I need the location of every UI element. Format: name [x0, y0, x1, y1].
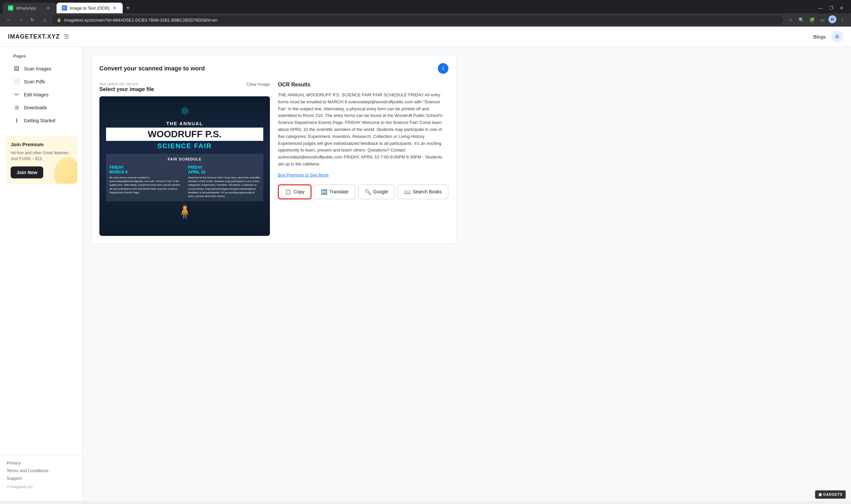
sidebar-item-edit-images-label: Edit Images	[24, 92, 49, 97]
poster-march: MARCH 8	[109, 170, 181, 175]
address-controls: ☆ 🔍 🧩 ▭ H ⋮	[786, 15, 847, 24]
whatsapp-favicon: W	[8, 5, 13, 11]
poster-friday1: FRIDAY	[109, 165, 181, 170]
profile-button[interactable]: H	[828, 15, 836, 23]
ocr-body: free online ocr service Select your imag…	[100, 82, 448, 236]
translate-icon: 🔤	[321, 189, 327, 195]
translate-label: Translate	[330, 189, 349, 194]
join-now-button[interactable]: Join Now	[11, 166, 43, 178]
card-title: Convert your scanned image to word	[100, 65, 205, 72]
translate-button[interactable]: 🔤 Translate	[314, 184, 355, 199]
sidebar-item-scan-images[interactable]: 🖼 Scan Images	[7, 62, 76, 75]
sidebar-item-scan-images-label: Scan Images	[24, 66, 51, 71]
terms-link[interactable]: Terms and Conditions	[7, 468, 76, 473]
maximize-button[interactable]: ❐	[827, 4, 835, 12]
search-books-icon: 📖	[404, 189, 411, 195]
clear-image-button[interactable]: Clear Image	[246, 82, 270, 87]
url-text: imagetext.xyz/screen?id=984AD5E1-DCB3-7B…	[64, 18, 217, 23]
image-panel: free online ocr service Select your imag…	[100, 82, 270, 236]
image-panel-labels: free online ocr service Select your imag…	[100, 82, 154, 92]
home-button[interactable]: ⌂	[40, 15, 49, 24]
menu-button[interactable]: ⋮	[838, 15, 847, 24]
image-preview: ⚛ THE ANNUAL WOODRUFF P.S. SCIENCE FAIR …	[100, 96, 270, 236]
content-area: Convert your scanned image to word i fre…	[83, 47, 851, 501]
science-fair-poster: ⚛ THE ANNUAL WOODRUFF P.S. SCIENCE FAIR …	[100, 96, 270, 236]
close-button[interactable]: ✕	[838, 4, 846, 12]
zoom-button[interactable]: 🔍	[797, 15, 806, 24]
poster-schedule-columns: FRIDAY MARCH 8 All entry forms must be e…	[109, 164, 260, 198]
poster-desc2: Welcome to the Science Fair! Come learn …	[188, 176, 260, 198]
info-icon: i	[442, 66, 444, 71]
address-bar: ← → ↻ ⌂ 🔒 imagetext.xyz/screen?id=984AD5…	[0, 13, 851, 26]
sidebar-item-scan-pdfs[interactable]: 📄 Scan Pdfs	[7, 75, 76, 88]
blogs-link[interactable]: Blogs	[813, 34, 826, 39]
settings-button[interactable]: ⚙	[831, 31, 843, 42]
search-books-label: Search Books	[413, 189, 442, 194]
getting-started-icon: ℹ	[13, 117, 20, 124]
window-controls: — ❐ ✕	[816, 4, 848, 12]
info-button[interactable]: i	[438, 63, 448, 74]
poster-science-fair-text: SCIENCE FAIR	[106, 142, 263, 150]
privacy-link[interactable]: Privacy	[7, 461, 76, 466]
copy-icon: 📋	[285, 189, 291, 195]
main-content: Pages 🖼 Scan Images 📄 Scan Pdfs ✏ Edit I…	[0, 47, 851, 501]
ocr-card: Convert your scanned image to word i fre…	[91, 55, 457, 244]
layout-button[interactable]: ▭	[818, 15, 827, 24]
forward-button[interactable]: →	[16, 15, 25, 24]
pages-section-title: Pages	[7, 53, 76, 62]
settings-icon: ⚙	[835, 34, 839, 40]
google-label: Google	[373, 189, 388, 194]
tab-whatsapp[interactable]: W WhatsApp ✕	[3, 3, 56, 13]
buy-premium-link[interactable]: Buy Premium to See More	[278, 173, 329, 177]
tab-ocr[interactable]: 🔍 Image to Text (OCR) ✕	[56, 3, 123, 13]
url-bar[interactable]: 🔒 imagetext.xyz/screen?id=984AD5E1-DCB3-…	[52, 16, 783, 24]
google-button[interactable]: 🔍 Google	[358, 184, 395, 199]
sidebar-item-downloads[interactable]: ⊞ Downloads	[7, 101, 76, 114]
extensions-button[interactable]: 🧩	[807, 15, 816, 24]
poster-annual-text: THE ANNUAL	[106, 121, 263, 126]
top-nav: IMAGETEXT.XYZ ☰ Blogs ⚙	[0, 26, 851, 47]
star-button[interactable]: ☆	[786, 15, 795, 24]
browser-chrome: W WhatsApp ✕ 🔍 Image to Text (OCR) ✕ + —…	[0, 0, 851, 26]
poster-woodruff-text: WOODRUFF P.S.	[106, 128, 263, 141]
tab-ocr-close[interactable]: ✕	[112, 5, 117, 11]
sidebar-item-getting-started-label: Getting Started	[24, 118, 55, 123]
tab-whatsapp-close[interactable]: ✕	[45, 5, 51, 11]
poster-atom-icon: ⚛	[106, 104, 263, 118]
sidebar-item-scan-pdfs-label: Scan Pdfs	[24, 79, 45, 84]
refresh-button[interactable]: ↻	[28, 15, 37, 24]
edit-images-icon: ✏	[13, 91, 20, 98]
sidebar-footer: Privacy Terms and Conditions Support © i…	[0, 455, 83, 494]
tab-whatsapp-label: WhatsApp	[16, 6, 36, 11]
tab-ocr-label: Image to Text (OCR)	[70, 6, 109, 11]
watermark: ▣ GADGETS	[815, 490, 846, 499]
sidebar-item-getting-started[interactable]: ℹ Getting Started	[7, 114, 76, 127]
card-header: Convert your scanned image to word i	[100, 63, 448, 74]
downloads-icon: ⊞	[13, 104, 20, 111]
support-link[interactable]: Support	[7, 476, 76, 481]
poster-col-march: FRIDAY MARCH 8 All entry forms must be e…	[109, 164, 181, 198]
new-tab-button[interactable]: +	[123, 3, 132, 13]
scan-pdfs-icon: 📄	[13, 78, 20, 85]
sidebar-item-edit-images[interactable]: ✏ Edit Images	[7, 88, 76, 101]
copyright-text: © imagetext.xyz	[7, 485, 76, 489]
scan-images-icon: 🖼	[13, 66, 20, 72]
watermark-text: GADGETS	[823, 492, 843, 497]
poster-figure: 🧍	[106, 204, 263, 220]
copy-button[interactable]: 📋 Copy	[278, 184, 312, 199]
copy-label: Copy	[294, 189, 304, 194]
premium-title: Join Premium	[11, 142, 72, 147]
poster-col-april: FRIDAY APRIL 10 Welcome to the Science F…	[188, 164, 260, 198]
poster-schedule-title: FAIR SCHEDULE	[109, 157, 260, 161]
results-text: THE ANNUAL WOODRUFF P.S. SCIENCE FAIR FA…	[278, 92, 448, 168]
menu-icon[interactable]: ☰	[64, 33, 69, 40]
poster-april: APRIL 10	[188, 170, 260, 175]
results-panel: OCR Results THE ANNUAL WOODRUFF P.S. SCI…	[278, 82, 448, 236]
search-books-button[interactable]: 📖 Search Books	[397, 184, 448, 199]
sidebar: Pages 🖼 Scan Images 📄 Scan Pdfs ✏ Edit I…	[0, 47, 83, 501]
poster-schedule: FAIR SCHEDULE FRIDAY MARCH 8 All entry f…	[106, 154, 263, 201]
ocr-favicon: 🔍	[62, 5, 67, 11]
minimize-button[interactable]: —	[816, 4, 825, 12]
image-container: ⚛ THE ANNUAL WOODRUFF P.S. SCIENCE FAIR …	[100, 96, 270, 236]
back-button[interactable]: ←	[4, 15, 13, 24]
